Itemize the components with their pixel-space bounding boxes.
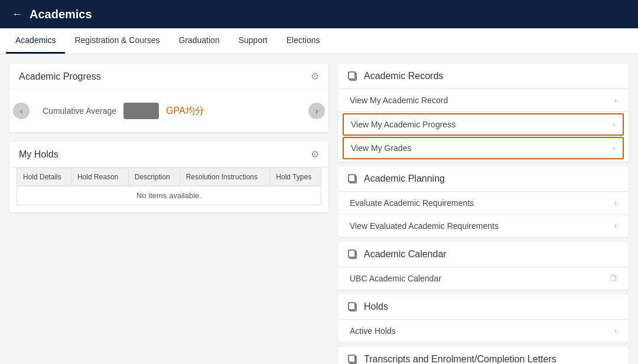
col-hold-details: Hold Details	[17, 168, 71, 186]
item-view-eval-req-label: View Evaluated Academic Requirements	[350, 221, 499, 231]
holds-gear-icon[interactable]: ⚙	[311, 149, 319, 160]
holds-table-container: Hold Details Hold Reason Description Res…	[9, 168, 328, 212]
secondary-nav: Academics Registration & Courses Graduat…	[0, 28, 638, 54]
col-description: Description	[128, 168, 180, 186]
item-active-holds-label: Active Holds	[350, 326, 396, 336]
svg-rect-3	[349, 175, 355, 182]
top-bar: ← Academics	[0, 0, 638, 28]
tab-support[interactable]: Support	[229, 28, 277, 54]
my-holds-header: My Holds ⚙	[9, 142, 328, 168]
item-view-eval-req[interactable]: View Evaluated Academic Requirements ›	[338, 215, 629, 237]
svg-rect-9	[349, 355, 355, 362]
holds-table: Hold Details Hold Reason Description Res…	[17, 168, 321, 205]
academic-progress-card: Academic Progress ⚙ ‹ › Cumulative Avera…	[9, 64, 328, 132]
back-button[interactable]: ←	[12, 8, 22, 21]
tab-graduation[interactable]: Graduation	[169, 28, 229, 54]
progress-card-content: ‹ › Cumulative Average GPA均分	[9, 90, 328, 132]
cumulative-label: Cumulative Average	[43, 106, 116, 116]
expand-icon: ❐	[610, 274, 617, 283]
item-evaluate-req-label: Evaluate Academic Requirements	[350, 198, 474, 208]
copy-icon-4	[347, 301, 358, 312]
chevron-right-icon-5: ›	[614, 222, 617, 230]
item-ubc-calendar-label: UBC Academic Calendar	[350, 274, 441, 283]
tab-academics[interactable]: Academics	[6, 28, 65, 54]
svg-rect-1	[349, 72, 355, 79]
academic-records-header: Academic Records	[338, 64, 629, 89]
table-row: No items available.	[17, 186, 321, 205]
academic-progress-title: Academic Progress	[19, 71, 101, 82]
item-view-progress-label: View My Academic Progress	[351, 120, 455, 129]
no-items-message: No items available.	[17, 186, 321, 205]
transcripts-header: Transcripts and Enrolment/Completion Let…	[338, 347, 629, 364]
chevron-right-icon-3: ›	[613, 144, 616, 152]
tab-registration[interactable]: Registration & Courses	[65, 28, 169, 54]
page-title: Academics	[30, 8, 92, 21]
svg-rect-5	[349, 250, 355, 257]
copy-icon-3	[347, 249, 358, 260]
holds-section-title: Holds	[364, 301, 388, 312]
cumulative-avg-row: Cumulative Average GPA均分	[19, 97, 319, 125]
academic-planning-header: Academic Planning	[338, 166, 629, 192]
item-view-record-label: View My Academic Record	[350, 96, 448, 105]
carousel-next-button[interactable]: ›	[308, 103, 325, 119]
chevron-right-icon-2: ›	[613, 120, 616, 129]
item-view-grades-label: View My Grades	[351, 143, 411, 153]
left-column: Academic Progress ⚙ ‹ › Cumulative Avera…	[9, 64, 328, 364]
chevron-right-icon-6: ›	[614, 327, 617, 335]
copy-icon-2	[347, 173, 358, 184]
holds-table-header-row: Hold Details Hold Reason Description Res…	[17, 168, 321, 186]
academic-calendar-header: Academic Calendar	[338, 242, 629, 267]
transcripts-title: Transcripts and Enrolment/Completion Let…	[364, 354, 556, 364]
item-active-holds[interactable]: Active Holds ›	[338, 320, 629, 342]
main-content: Academic Progress ⚙ ‹ › Cumulative Avera…	[0, 54, 638, 364]
section-transcripts: Transcripts and Enrolment/Completion Let…	[338, 347, 629, 364]
academic-planning-title: Academic Planning	[364, 173, 445, 184]
academic-records-title: Academic Records	[364, 71, 443, 81]
gear-icon[interactable]: ⚙	[311, 71, 319, 82]
my-holds-card: My Holds ⚙ Hold Details Hold Reason Desc…	[9, 142, 328, 212]
item-evaluate-req[interactable]: Evaluate Academic Requirements ›	[338, 192, 629, 215]
chevron-right-icon: ›	[614, 96, 617, 104]
chevron-right-icon-4: ›	[614, 199, 617, 207]
section-academic-calendar: Academic Calendar UBC Academic Calendar …	[338, 242, 629, 290]
col-resolution: Resolution Instructions	[180, 168, 270, 186]
right-column: Academic Records View My Academic Record…	[338, 64, 629, 364]
copy-icon	[347, 71, 358, 81]
item-view-grades[interactable]: View My Grades ›	[343, 137, 624, 159]
copy-icon-5	[347, 354, 358, 364]
item-view-record[interactable]: View My Academic Record ›	[338, 89, 629, 112]
holds-header: Holds	[338, 294, 629, 320]
svg-rect-7	[349, 303, 355, 310]
carousel-prev-button[interactable]: ‹	[13, 103, 30, 119]
item-view-progress[interactable]: View My Academic Progress ›	[343, 113, 624, 136]
col-hold-types: Hold Types	[270, 168, 321, 186]
section-academic-planning: Academic Planning Evaluate Academic Requ…	[338, 166, 629, 237]
academic-progress-header: Academic Progress ⚙	[9, 64, 328, 90]
gpa-text: GPA均分	[166, 105, 204, 117]
academic-calendar-title: Academic Calendar	[364, 249, 447, 260]
my-holds-title: My Holds	[19, 149, 58, 160]
item-ubc-calendar[interactable]: UBC Academic Calendar ❐	[338, 267, 629, 290]
section-academic-records: Academic Records View My Academic Record…	[338, 64, 629, 162]
tab-elections[interactable]: Elections	[277, 28, 330, 54]
section-holds: Holds Active Holds ›	[338, 294, 629, 342]
gpa-blurred-value	[123, 103, 159, 119]
col-hold-reason: Hold Reason	[71, 168, 128, 186]
